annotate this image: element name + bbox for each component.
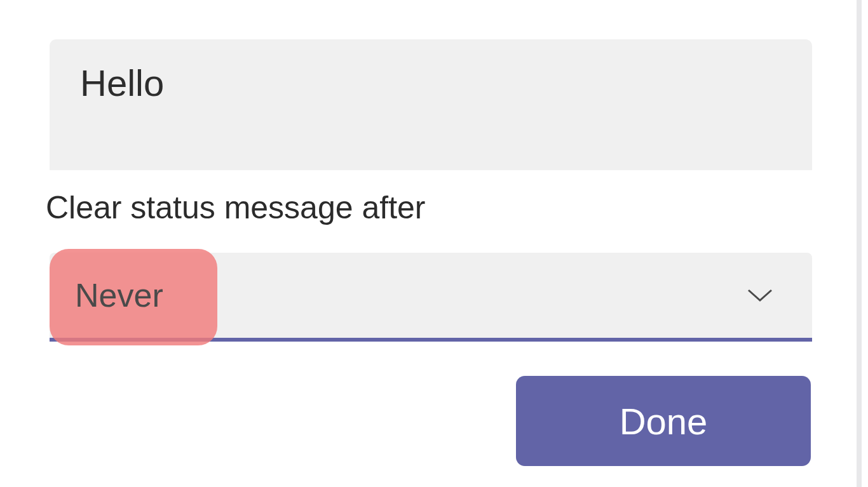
chevron-down-icon [746, 288, 774, 303]
clear-after-dropdown[interactable]: Never [50, 253, 812, 342]
status-message-panel: Clear status message after Never Done [0, 0, 862, 487]
done-button[interactable]: Done [516, 376, 811, 466]
dropdown-selected-value: Never [75, 276, 163, 314]
status-message-input[interactable] [50, 39, 812, 170]
clear-status-label: Clear status message after [46, 189, 426, 226]
